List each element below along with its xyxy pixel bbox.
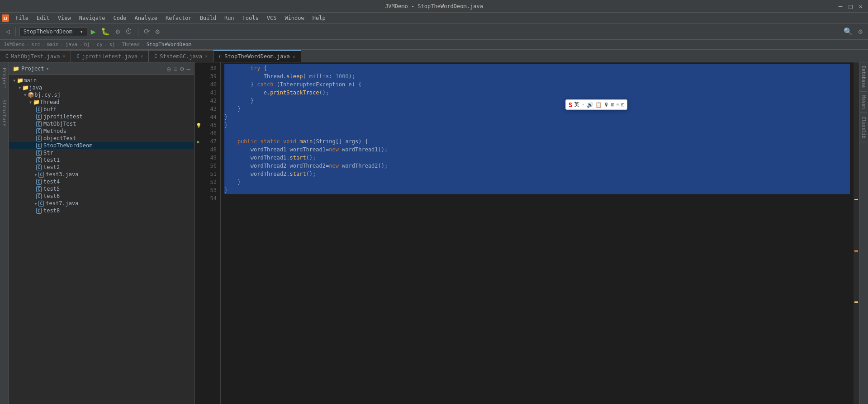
profile-button[interactable]: ⏱ xyxy=(123,26,134,37)
gutter-47[interactable]: ▶ xyxy=(194,137,203,146)
breadcrumb-thread[interactable]: Thread xyxy=(122,42,140,47)
tree-item-thread[interactable]: ▾ 📁 Thread xyxy=(9,99,194,106)
back-button[interactable]: ◁ xyxy=(4,26,12,37)
debug-button[interactable]: 🐛 xyxy=(99,26,112,37)
tree-item-test7[interactable]: ▸ C test7.java xyxy=(9,200,194,207)
sync-button[interactable]: ⟳ xyxy=(142,26,152,37)
menu-edit[interactable]: Edit xyxy=(33,14,53,22)
tree-item-java[interactable]: ▾ 📁 java xyxy=(9,84,194,91)
sidebar-project-label[interactable]: Project xyxy=(1,64,7,92)
project-settings-icon[interactable]: ⚙ xyxy=(180,65,184,72)
tab-close-stoptheworddeom[interactable]: × xyxy=(293,54,295,59)
menu-run[interactable]: Run xyxy=(221,14,238,22)
tree-item-methods[interactable]: C Methods xyxy=(9,127,194,135)
menu-vcs[interactable]: VCS xyxy=(263,14,280,22)
tree-item-stoptheworddeom[interactable]: C StopTheWordDeom xyxy=(9,142,194,149)
translate-en[interactable]: 英 xyxy=(574,101,579,108)
translate-btn4[interactable]: ⊞ xyxy=(611,102,614,108)
breadcrumb-main[interactable]: main xyxy=(47,42,59,47)
linenum-44: 44 xyxy=(203,113,217,121)
run-config-dropdown[interactable]: StopTheWordDeom ▾ xyxy=(19,27,87,36)
tree-item-test6[interactable]: C test6 xyxy=(9,193,194,200)
linenum-40: 40 xyxy=(203,80,217,89)
scroll-mark-2 xyxy=(854,250,858,252)
project-locate-icon[interactable]: ◎ xyxy=(167,65,171,72)
gutter-44 xyxy=(194,113,203,121)
tree-item-buff[interactable]: C buff xyxy=(9,106,194,113)
tab-jprofiletest[interactable]: C jprofiletest.java × xyxy=(71,50,149,62)
translate-btn3[interactable]: 🎙 xyxy=(604,102,609,108)
minimize-button[interactable]: ─ xyxy=(837,3,844,10)
menu-help[interactable]: Help xyxy=(309,14,329,22)
tab-close-sstemgc[interactable]: × xyxy=(205,54,208,59)
menu-code[interactable]: Code xyxy=(110,14,130,22)
linenum-53: 53 xyxy=(203,186,217,194)
tree-item-objecttest[interactable]: C objectTest xyxy=(9,135,194,142)
breadcrumb-bj[interactable]: bj xyxy=(84,42,90,47)
sidebar-structure-label[interactable]: Structure xyxy=(1,96,7,130)
tab-close-matobjtest[interactable]: × xyxy=(62,54,65,59)
menu-refactor[interactable]: Refactor xyxy=(162,14,195,22)
tree-label-bjcysj: bj.cy.sj xyxy=(34,92,61,98)
project-collapse-icon[interactable]: ≡ xyxy=(174,65,177,72)
code-area[interactable]: try { Thread.sleep( millis: 1000); } cat… xyxy=(221,62,854,404)
breadcrumb-cy[interactable]: cy xyxy=(97,42,103,47)
code-line-43: } xyxy=(224,105,850,113)
maximize-button[interactable]: □ xyxy=(847,3,854,10)
menu-build[interactable]: Build xyxy=(196,14,220,22)
tree-item-test1[interactable]: C test1 xyxy=(9,156,194,164)
right-tab-maven[interactable]: Maven xyxy=(860,92,867,113)
close-button[interactable]: ✕ xyxy=(857,3,864,10)
translate-btn2[interactable]: 📋 xyxy=(595,102,602,108)
menu-navigate[interactable]: Navigate xyxy=(76,14,109,22)
tree-item-test3[interactable]: ▸ C test3.java xyxy=(9,171,194,178)
settings-button-2[interactable]: ⚙ xyxy=(856,26,864,37)
tree-label-test1: test1 xyxy=(43,157,60,163)
right-tab-database[interactable]: Database xyxy=(860,62,867,92)
translate-btn1[interactable]: 🔊 xyxy=(587,102,593,108)
breadcrumb-jvmdemo[interactable]: JVMDemo xyxy=(4,42,24,47)
tab-matobjtest[interactable]: C MatObjTest.java × xyxy=(0,50,71,62)
project-close-icon[interactable]: — xyxy=(187,65,190,72)
breadcrumb-src[interactable]: src xyxy=(31,42,40,47)
tree-item-test4[interactable]: C test4 xyxy=(9,178,194,185)
tree-item-jprofiletest[interactable]: C jprofiletest xyxy=(9,113,194,120)
translate-btn6[interactable]: ⊡ xyxy=(621,102,624,108)
tree-item-bjcysj[interactable]: ▾ 📦 bj.cy.sj xyxy=(9,91,194,99)
translation-toolbar[interactable]: S 英 · 🔊 📋 🎙 ⊞ ≡ ⊡ xyxy=(565,99,627,110)
linenum-45: 45 xyxy=(203,121,217,129)
translate-btn5[interactable]: ≡ xyxy=(616,102,619,108)
code-editor: ▲ 7 ✓ 1 ∧ ∨ S 英 · 🔊 📋 🎙 ⊞ ≡ ⊡ xyxy=(194,62,859,404)
menu-window[interactable]: Window xyxy=(281,14,308,22)
tab-close-jprofiletest[interactable]: × xyxy=(140,54,143,59)
menu-tools[interactable]: Tools xyxy=(239,14,262,22)
tree-item-matobjtest[interactable]: C MatObjTest xyxy=(9,120,194,127)
linenum-48: 48 xyxy=(203,146,217,154)
run-button[interactable]: ▶ xyxy=(89,26,98,37)
breadcrumb-java[interactable]: java xyxy=(66,42,78,47)
linenum-49: 49 xyxy=(203,154,217,162)
tree-item-test2[interactable]: C test2 xyxy=(9,164,194,171)
project-dropdown-icon[interactable]: ▾ xyxy=(46,66,49,72)
menu-file[interactable]: File xyxy=(12,14,32,22)
linenum-54: 54 xyxy=(203,194,217,202)
toolbar-separator-2 xyxy=(138,27,138,36)
breadcrumb-stoptheworddeom[interactable]: StopTheWordDeom xyxy=(147,42,191,47)
breadcrumb-sj[interactable]: sj xyxy=(109,42,115,47)
coverage-button[interactable]: ⚙ xyxy=(114,26,122,37)
tree-item-test8[interactable]: C test8 xyxy=(9,207,194,214)
tab-sstemgc[interactable]: C StstemGC.java × xyxy=(149,50,213,62)
titlebar-controls[interactable]: ─ □ ✕ xyxy=(837,3,864,10)
tree-item-main[interactable]: ▾ 📁 main xyxy=(9,77,194,84)
bulb-icon-45[interactable]: 💡 xyxy=(196,123,201,128)
tree-label-test8: test8 xyxy=(43,207,60,214)
search-everywhere-button[interactable]: 🔍 xyxy=(842,26,854,37)
right-tab-classlib[interactable]: Classlib xyxy=(860,113,867,142)
tab-stoptheworddeom[interactable]: C StopTheWordDeom.java × xyxy=(213,50,301,62)
tree-item-str[interactable]: C Str xyxy=(9,149,194,156)
menu-analyze[interactable]: Analyze xyxy=(131,14,161,22)
tree-item-test5[interactable]: C test5 xyxy=(9,185,194,193)
menu-view[interactable]: View xyxy=(54,14,75,22)
right-sidebar: Database Maven Classlib xyxy=(859,62,868,404)
settings-button[interactable]: ⚙ xyxy=(153,26,161,37)
